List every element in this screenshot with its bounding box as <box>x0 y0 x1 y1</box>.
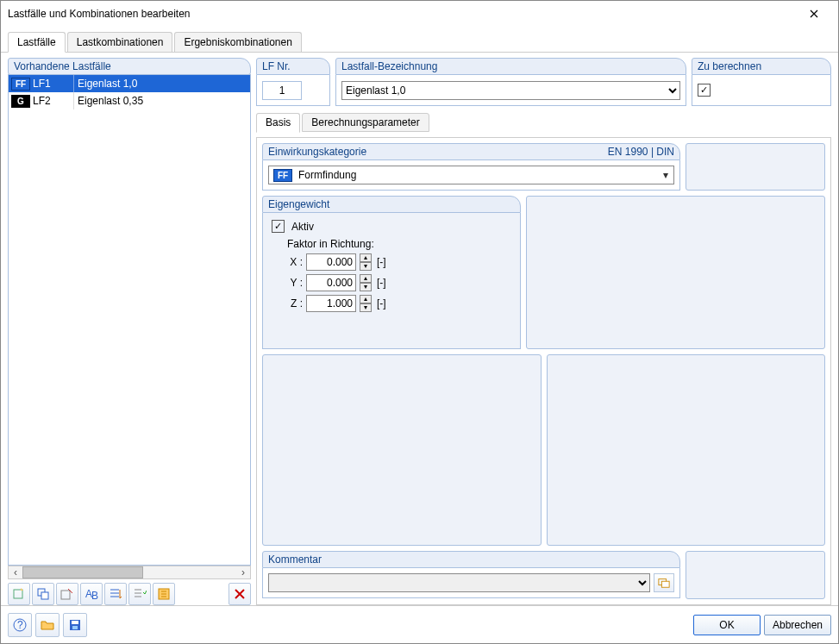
edit-icon <box>60 587 74 601</box>
help-button[interactable]: ? <box>8 613 32 637</box>
y-unit: [-] <box>377 277 386 289</box>
action-category-select[interactable]: FF Formfindung ▾ <box>268 166 674 184</box>
bez-label: Lastfall-Bezeichnung <box>335 58 686 75</box>
new-icon <box>12 587 26 601</box>
right-panel: LF Nr. Lastfall-Bezeichnung Eigenlast 1,… <box>256 58 831 605</box>
side-blank-panel-1 <box>686 143 825 191</box>
y-spin-down[interactable]: ▾ <box>360 283 372 291</box>
svg-rect-13 <box>72 626 78 629</box>
help-icon: ? <box>13 618 27 632</box>
x-input[interactable] <box>306 253 356 271</box>
z-input[interactable] <box>306 295 356 312</box>
lfnr-panel: LF Nr. <box>256 58 330 106</box>
sort-icon <box>109 587 122 601</box>
tab-ergebniskombinationen[interactable]: Ergebniskombinationen <box>174 32 301 52</box>
z-spin-down[interactable]: ▾ <box>360 303 372 312</box>
comment-pick-button[interactable] <box>654 573 674 592</box>
main-tabstrip: Lastfälle Lastkombinationen Ergebniskomb… <box>1 27 838 53</box>
select-all-button[interactable] <box>128 583 151 605</box>
scroll-left-arrow[interactable]: ‹ <box>9 566 22 578</box>
zuber-label: Zu berechnen <box>692 58 831 75</box>
blank-panel-3 <box>262 354 542 546</box>
loadcase-name: Eigenlast 0,35 <box>74 95 143 107</box>
z-spin-up[interactable]: ▴ <box>360 295 372 303</box>
list-toolbar: AB <box>8 583 251 605</box>
save-button[interactable] <box>63 613 87 637</box>
delete-icon <box>233 587 247 601</box>
loadcase-row[interactable]: FFLF1Eigenlast 1,0 <box>9 75 250 92</box>
scroll-right-arrow[interactable]: › <box>236 566 250 578</box>
basis-panel: Einwirkungskategorie EN 1990 | DIN FF Fo… <box>256 137 831 605</box>
scroll-thumb[interactable] <box>22 566 143 578</box>
svg-text:B: B <box>91 590 98 601</box>
existing-loadcases-header: Vorhandene Lastfälle <box>8 58 251 75</box>
open-button[interactable] <box>35 613 59 637</box>
lfnr-label: LF Nr. <box>256 58 330 75</box>
svg-rect-2 <box>41 592 48 599</box>
edit-button[interactable] <box>56 583 78 605</box>
aktiv-checkbox[interactable] <box>272 220 285 233</box>
svg-rect-3 <box>61 591 70 599</box>
copy-icon <box>36 587 50 601</box>
x-spin-up[interactable]: ▴ <box>360 253 372 262</box>
subtab-berechnungsparameter[interactable]: Berechnungsparameter <box>302 113 429 132</box>
lfnr-input[interactable] <box>262 81 302 100</box>
comment-panel: Kommentar <box>262 551 680 599</box>
folder-open-icon <box>41 618 54 632</box>
loadcase-name: Eigenlast 1,0 <box>74 78 137 90</box>
loadcase-row[interactable]: GLF2Eigenlast 0,35 <box>9 92 250 109</box>
chevron-down-icon: ▾ <box>660 169 672 181</box>
close-icon <box>810 9 818 18</box>
y-spin-up[interactable]: ▴ <box>360 274 372 283</box>
close-button[interactable] <box>797 2 831 26</box>
loadcase-id: LF2 <box>33 95 51 107</box>
titlebar: Lastfälle und Kombinationen bearbeiten <box>1 1 838 27</box>
tab-lastfaelle[interactable]: Lastfälle <box>8 32 66 53</box>
factor-header: Faktor in Richtung: <box>287 238 511 250</box>
aktiv-label: Aktiv <box>291 221 314 233</box>
ok-button[interactable]: OK <box>693 615 761 635</box>
loadcase-id: LF1 <box>33 78 51 90</box>
rename-button[interactable]: AB <box>80 583 103 605</box>
new-button[interactable] <box>8 583 30 605</box>
cancel-button[interactable]: Abbrechen <box>764 615 831 635</box>
tab-lastkombinationen[interactable]: Lastkombinationen <box>67 32 173 52</box>
y-label: Y : <box>287 277 303 289</box>
zuber-panel: Zu berechnen <box>692 58 831 106</box>
bez-panel: Lastfall-Bezeichnung Eigenlast 1,0 <box>335 58 686 106</box>
bez-select[interactable]: Eigenlast 1,0 <box>341 81 680 100</box>
zuber-checkbox[interactable] <box>698 84 711 97</box>
loadcase-badge: G <box>11 95 30 108</box>
svg-rect-0 <box>14 590 22 598</box>
scroll-track[interactable] <box>22 566 236 578</box>
svg-rect-12 <box>72 621 78 624</box>
loadcase-list[interactable]: FFLF1Eigenlast 1,0GLF2Eigenlast 0,35 <box>8 74 251 566</box>
x-unit: [-] <box>377 256 386 268</box>
comment-select[interactable] <box>268 573 650 592</box>
deselect-button[interactable] <box>153 583 175 605</box>
side-blank-panel-2 <box>686 551 825 599</box>
rename-icon: AB <box>85 587 98 601</box>
select-all-icon <box>133 587 147 601</box>
save-icon <box>68 618 82 632</box>
subtab-basis[interactable]: Basis <box>256 113 300 133</box>
action-category-panel: Einwirkungskategorie EN 1990 | DIN FF Fo… <box>262 143 680 191</box>
z-label: Z : <box>287 297 303 309</box>
x-spin-down[interactable]: ▾ <box>360 262 372 271</box>
dialog-window: Lastfälle und Kombinationen bearbeiten L… <box>0 0 839 644</box>
copy-button[interactable] <box>32 583 54 605</box>
norm-label: EN 1990 | DIN <box>608 146 674 158</box>
action-category-value: Formfindung <box>298 169 356 181</box>
delete-button[interactable] <box>229 583 251 605</box>
x-label: X : <box>287 256 303 268</box>
svg-rect-8 <box>661 581 669 587</box>
selfweight-label: Eigengewicht <box>268 198 329 210</box>
y-input[interactable] <box>306 274 356 291</box>
list-hscrollbar[interactable]: ‹ › <box>8 566 251 579</box>
footer: ? OK Abbrechen <box>1 605 838 643</box>
sort-button[interactable] <box>104 583 127 605</box>
comment-label: Kommentar <box>268 553 322 566</box>
selfweight-panel: Eigengewicht Aktiv Faktor in Richtung: X… <box>262 196 521 349</box>
ff-badge-icon: FF <box>273 169 292 182</box>
blank-panel-2 <box>526 196 825 349</box>
